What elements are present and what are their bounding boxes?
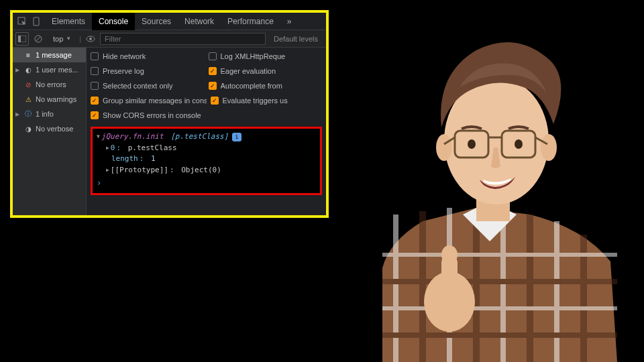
sidebar-item[interactable]: ▶◐1 user mes... bbox=[13, 62, 86, 77]
sidebar-status-icon: ⓘ bbox=[24, 110, 32, 118]
settings-row: ✓Show CORS errors in console bbox=[87, 108, 326, 123]
checkbox-label: Selected context only bbox=[103, 82, 173, 90]
chevron-down-icon: ▼ bbox=[66, 36, 71, 42]
expand-icon[interactable]: ▶ bbox=[106, 166, 109, 174]
sidebar-item[interactable]: ≡1 message bbox=[13, 48, 86, 62]
eye-icon[interactable] bbox=[84, 32, 97, 46]
output-proto-val: Object(0) bbox=[181, 165, 221, 176]
sidebar-item[interactable]: ◑No verbose bbox=[13, 121, 86, 136]
device-icon[interactable] bbox=[30, 15, 44, 28]
sidebar-status-icon: ≡ bbox=[24, 51, 32, 59]
tab-more[interactable]: » bbox=[280, 13, 299, 30]
sidebar-status-icon: ⊘ bbox=[24, 80, 32, 88]
info-badge-icon[interactable]: i bbox=[232, 133, 241, 142]
output-type: jQuery.fn.init bbox=[101, 131, 164, 143]
context-selector[interactable]: top ▼ bbox=[48, 35, 76, 43]
console-sidebar: ≡1 message▶◐1 user mes...⊘No errors⚠No w… bbox=[13, 48, 87, 215]
output-length-val: 1 bbox=[151, 154, 156, 165]
devtools-window: Elements Console Sources Network Perform… bbox=[10, 10, 329, 218]
sidebar-item[interactable]: ⊘No errors bbox=[13, 77, 86, 92]
expand-icon[interactable]: ▶ bbox=[106, 144, 109, 152]
tab-sources[interactable]: Sources bbox=[135, 13, 178, 30]
checkbox-label: Group similar messages in console bbox=[103, 97, 207, 105]
settings-row: ✓Group similar messages in console✓Evalu… bbox=[87, 93, 326, 108]
console-toolbar: top ▼ | Default levels bbox=[13, 30, 326, 48]
checkbox-label: Evaluate triggers us bbox=[223, 97, 288, 105]
tab-performance[interactable]: Performance bbox=[221, 13, 280, 30]
settings-row: Hide networkLog XMLHttpReque bbox=[87, 49, 326, 64]
svg-point-32 bbox=[468, 139, 476, 149]
log-levels-selector[interactable]: Default levels bbox=[268, 35, 323, 43]
devtools-tabs: Elements Console Sources Network Perform… bbox=[13, 13, 326, 30]
person-photo bbox=[342, 13, 637, 362]
svg-line-5 bbox=[36, 36, 41, 42]
sidebar-status-icon: ⚠ bbox=[24, 95, 32, 103]
sidebar-label: 1 info bbox=[36, 110, 54, 118]
checkbox-label: Eager evaluation bbox=[221, 67, 276, 75]
expand-icon: ▶ bbox=[15, 111, 21, 117]
sidebar-label: No warnings bbox=[36, 95, 76, 103]
expand-icon[interactable]: ▼ bbox=[97, 133, 100, 141]
output-length-key: length bbox=[111, 154, 138, 165]
tab-elements[interactable]: Elements bbox=[45, 13, 92, 30]
checkbox[interactable] bbox=[209, 52, 217, 60]
output-val-0: p.testClass bbox=[128, 143, 177, 154]
sidebar-status-icon: ◑ bbox=[24, 125, 32, 133]
svg-point-7 bbox=[89, 38, 92, 40]
output-bracket: [p.testClass] bbox=[170, 131, 228, 143]
inspect-icon[interactable] bbox=[15, 15, 29, 28]
context-label: top bbox=[53, 35, 63, 43]
sidebar-toggle-icon[interactable] bbox=[15, 32, 29, 46]
checkbox-label: Hide network bbox=[103, 52, 146, 60]
svg-rect-3 bbox=[18, 36, 21, 42]
checkbox-label: Preserve log bbox=[103, 67, 144, 75]
svg-rect-1 bbox=[34, 17, 39, 25]
checkbox[interactable]: ✓ bbox=[91, 111, 99, 119]
checkbox[interactable]: ✓ bbox=[209, 67, 217, 75]
checkbox-label: Show CORS errors in console bbox=[103, 111, 201, 119]
svg-point-25 bbox=[436, 134, 452, 161]
settings-row: Selected context only✓Autocomplete from bbox=[87, 78, 326, 93]
sidebar-status-icon: ◐ bbox=[24, 66, 32, 74]
sidebar-label: 1 user mes... bbox=[36, 66, 78, 74]
output-key-0: 0 bbox=[111, 143, 115, 154]
sidebar-label: No errors bbox=[36, 80, 66, 88]
sidebar-label: 1 message bbox=[36, 51, 72, 59]
checkbox[interactable]: ✓ bbox=[211, 97, 219, 105]
tab-network[interactable]: Network bbox=[178, 13, 221, 30]
sidebar-item[interactable]: ▶ⓘ1 info bbox=[13, 107, 86, 121]
expand-icon: ▶ bbox=[15, 67, 21, 73]
svg-point-33 bbox=[515, 139, 523, 149]
output-proto-key: [[Prototype]] bbox=[111, 165, 168, 176]
filter-input[interactable] bbox=[100, 33, 266, 45]
svg-point-26 bbox=[541, 134, 557, 161]
console-output: ▼ jQuery.fn.init [p.testClass] i ▶ 0: p.… bbox=[91, 127, 322, 195]
checkbox[interactable] bbox=[91, 67, 99, 75]
tab-console[interactable]: Console bbox=[92, 13, 135, 30]
checkbox[interactable]: ✓ bbox=[209, 82, 217, 90]
settings-row: Preserve log✓Eager evaluation bbox=[87, 64, 326, 78]
checkbox[interactable]: ✓ bbox=[91, 97, 99, 105]
clear-icon[interactable] bbox=[32, 32, 45, 46]
checkbox[interactable] bbox=[91, 82, 99, 90]
checkbox-label: Log XMLHttpReque bbox=[221, 52, 286, 60]
console-prompt[interactable]: › bbox=[97, 176, 316, 190]
console-content: Hide networkLog XMLHttpRequePreserve log… bbox=[87, 48, 326, 215]
svg-point-22 bbox=[441, 245, 458, 264]
checkbox[interactable] bbox=[91, 52, 99, 60]
sidebar-item[interactable]: ⚠No warnings bbox=[13, 92, 86, 107]
sidebar-label: No verbose bbox=[36, 125, 73, 133]
checkbox-label: Autocomplete from bbox=[221, 82, 282, 90]
